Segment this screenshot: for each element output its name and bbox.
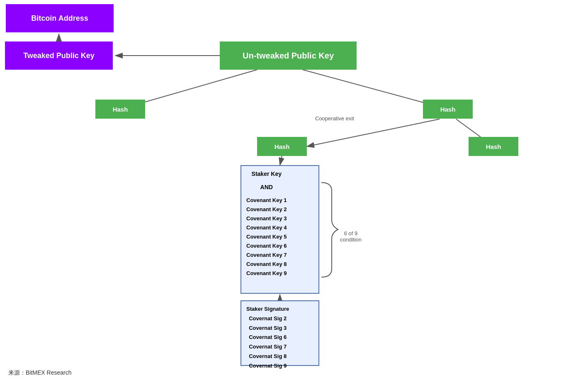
- covenant-key-8: Covenant Key 8: [246, 260, 287, 269]
- condition-label: 6 of 9 condition: [340, 224, 362, 243]
- source-label: 来源：BitMEX Research: [8, 369, 71, 377]
- hash-left-node: Hash: [95, 100, 145, 119]
- bitcoin-address-node: Bitcoin Address: [6, 4, 114, 32]
- and-label: AND: [260, 183, 273, 192]
- covernat-sig-2: Covernat Sig 2: [249, 314, 287, 324]
- covernat-sig-6: Covernat Sig 6: [249, 333, 287, 342]
- covenant-key-9: Covenant Key 9: [246, 269, 287, 278]
- covenant-key-4: Covenant Key 4: [246, 223, 287, 232]
- hash-center-node: Hash: [257, 137, 307, 156]
- tweaked-public-key-node: Tweaked Public Key: [5, 41, 113, 70]
- covenant-key-3: Covenant Key 3: [246, 214, 287, 223]
- covenant-key-5: Covenant Key 5: [246, 232, 287, 241]
- untweaked-public-key-node: Un-tweaked Public Key: [220, 41, 357, 70]
- covernat-sig-8: Covernat Sig 8: [249, 352, 287, 361]
- svg-line-5: [307, 119, 440, 146]
- staker-signature: Staker Signature: [246, 305, 289, 314]
- covenant-key-6: Covenant Key 6: [246, 241, 287, 251]
- staker-key-label: Staker Key: [252, 169, 282, 179]
- covernat-sig-3: Covernat Sig 3: [249, 324, 287, 333]
- hash-right-node: Hash: [423, 100, 473, 119]
- svg-line-7: [280, 156, 282, 165]
- cooperative-exit-label: Cooperative exit: [315, 115, 354, 122]
- diagram: Bitcoin Address Tweaked Public Key Un-tw…: [0, 0, 588, 385]
- signature-box: Staker Signature Covernat Sig 2 Covernat…: [241, 300, 319, 366]
- covenant-key-2: Covenant Key 2: [246, 205, 287, 214]
- covernat-sig-9: Covernat Sig 9: [249, 361, 287, 371]
- covernat-sig-7: Covernat Sig 7: [249, 342, 287, 352]
- staker-keys-box: Staker Key AND Covenant Key 1 Covenant K…: [241, 165, 319, 294]
- hash-far-right-node: Hash: [469, 137, 518, 156]
- covenant-key-7: Covenant Key 7: [246, 251, 287, 260]
- covenant-key-1: Covenant Key 1: [246, 196, 287, 205]
